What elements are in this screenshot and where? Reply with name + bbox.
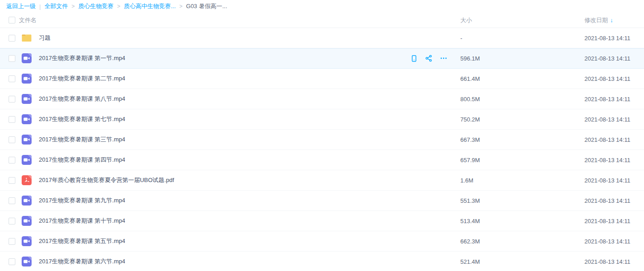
video-file-icon	[21, 73, 32, 84]
video-file-icon	[21, 134, 32, 145]
folder-icon	[21, 32, 32, 44]
file-size: 667.3M	[460, 136, 571, 143]
to-device-icon[interactable]	[410, 54, 418, 62]
column-header-size[interactable]: 大小	[460, 16, 571, 24]
video-file-icon	[21, 93, 32, 104]
file-size: 661.4M	[460, 75, 571, 82]
table-row[interactable]: 2017生物竞赛暑期课 第八节.mp4	[0, 89, 644, 109]
file-size: -	[460, 35, 571, 42]
breadcrumb-link[interactable]: 全部文件	[44, 2, 68, 10]
row-checkbox[interactable]	[9, 96, 15, 103]
breadcrumb-chevron: >	[117, 3, 120, 9]
row-checkbox[interactable]	[9, 136, 15, 143]
breadcrumb-link[interactable]: 质心生物竞赛	[78, 2, 113, 10]
row-checkbox[interactable]	[9, 177, 15, 184]
breadcrumb-current: G03 暑假高一...	[186, 2, 227, 10]
sort-desc-icon[interactable]: ↓	[610, 17, 613, 23]
file-name-link[interactable]: 2017生物竞赛暑期课 第三节.mp4	[39, 136, 125, 144]
file-name-link[interactable]: 2017生物竞赛暑期课 第十节.mp4	[39, 217, 125, 225]
table-row[interactable]: 2017生物竞赛暑期课 第十节.mp4	[0, 211, 644, 231]
file-modified: 2021-08-13 14:11	[571, 177, 644, 184]
video-file-icon	[21, 53, 32, 64]
row-checkbox[interactable]	[9, 238, 15, 245]
file-size: 657.9M	[460, 157, 571, 164]
file-modified: 2021-08-13 14:11	[571, 96, 644, 103]
row-checkbox[interactable]	[9, 116, 15, 123]
file-modified: 2021-08-13 14:11	[571, 35, 644, 42]
file-name-link[interactable]: 2017生物竞赛暑期课 第八节.mp4	[39, 95, 125, 103]
file-modified: 2021-08-13 14:11	[571, 197, 644, 204]
column-header-modified-label: 修改日期	[584, 16, 608, 24]
file-name-link[interactable]: 2017生物竞赛暑期课 第五节.mp4	[39, 237, 125, 245]
file-list: 习题	[0, 28, 644, 271]
file-name-link[interactable]: 2017生物竞赛暑期课 第九节.mp4	[39, 196, 125, 205]
file-name-link[interactable]: 习题	[39, 34, 51, 42]
file-size: 596.1M	[460, 55, 571, 62]
file-size: 1.6M	[460, 177, 571, 184]
table-row[interactable]: 2017生物竞赛暑期课 第七节.mp4	[0, 109, 644, 130]
file-name-link[interactable]: 2017生物竞赛暑期课 第一节.mp4	[39, 54, 125, 62]
table-row[interactable]: 2017生物竞赛暑期课 第一节.mp4	[0, 48, 644, 69]
row-checkbox[interactable]	[9, 55, 15, 62]
file-size: 800.5M	[460, 96, 571, 103]
file-modified: 2021-08-13 14:11	[571, 218, 644, 224]
file-modified: 2021-08-13 14:11	[571, 55, 644, 62]
row-checkbox[interactable]	[9, 258, 15, 265]
row-checkbox[interactable]	[9, 218, 15, 224]
file-name-link[interactable]: 2017生物竞赛暑期课 第七节.mp4	[39, 115, 125, 123]
row-checkbox[interactable]	[9, 35, 15, 42]
row-hover-actions	[410, 54, 448, 62]
file-modified: 2021-08-13 14:11	[571, 157, 644, 164]
file-name-link[interactable]: 2017生物竞赛暑期课 第六节.mp4	[39, 257, 125, 266]
video-file-icon	[21, 215, 32, 226]
video-file-icon	[21, 236, 32, 247]
select-all-checkbox[interactable]	[9, 17, 15, 23]
file-modified: 2021-08-13 14:11	[571, 136, 644, 143]
file-size: 750.2M	[460, 116, 571, 123]
table-row[interactable]: 2017生物竞赛暑期课 第九节.mp4	[0, 191, 644, 211]
row-checkbox[interactable]	[9, 157, 15, 164]
file-table-header: 文件名 大小 修改日期 ↓	[0, 13, 644, 28]
table-row[interactable]: 2017生物竞赛暑期课 第四节.mp4	[0, 150, 644, 170]
file-size: 662.3M	[460, 238, 571, 245]
table-row[interactable]: 2017生物竞赛暑期课 第三节.mp4	[0, 130, 644, 150]
column-header-filename[interactable]: 文件名	[19, 16, 460, 24]
breadcrumb-link[interactable]: 质心高中生物竞赛...	[124, 2, 176, 10]
breadcrumb-back-link[interactable]: 返回上一级	[6, 2, 36, 10]
video-file-icon	[21, 256, 32, 267]
table-row[interactable]: 2017生物竞赛暑期课 第二节.mp4	[0, 69, 644, 89]
table-row[interactable]: 2017年质心教育生物竞赛夏令营第一届UBO试题.pdf	[0, 170, 644, 191]
file-size: 513.4M	[460, 218, 571, 224]
breadcrumb-chevron: >	[179, 3, 182, 9]
pdf-file-icon	[21, 175, 32, 186]
table-row[interactable]: 2017生物竞赛暑期课 第六节.mp4	[0, 252, 644, 271]
file-name-link[interactable]: 2017生物竞赛暑期课 第二节.mp4	[39, 75, 125, 83]
file-modified: 2021-08-13 14:11	[571, 238, 644, 245]
table-row[interactable]: 习题	[0, 28, 644, 48]
share-icon[interactable]	[425, 54, 433, 62]
file-size: 551.3M	[460, 197, 571, 204]
video-file-icon	[21, 114, 32, 125]
file-modified: 2021-08-13 14:11	[571, 75, 644, 82]
video-file-icon	[21, 195, 32, 206]
file-name-link[interactable]: 2017生物竞赛暑期课 第四节.mp4	[39, 156, 125, 164]
file-name-link[interactable]: 2017年质心教育生物竞赛夏令营第一届UBO试题.pdf	[39, 176, 174, 184]
row-checkbox[interactable]	[9, 75, 15, 82]
column-header-modified[interactable]: 修改日期 ↓	[571, 16, 644, 24]
file-modified: 2021-08-13 14:11	[571, 116, 644, 123]
breadcrumb-bar-separator: |	[39, 3, 41, 10]
table-row[interactable]: 2017生物竞赛暑期课 第五节.mp4	[0, 231, 644, 252]
video-file-icon	[21, 154, 32, 165]
file-modified: 2021-08-13 14:11	[571, 258, 644, 265]
row-checkbox[interactable]	[9, 197, 15, 204]
file-size: 521.4M	[460, 258, 571, 265]
more-icon[interactable]	[440, 54, 448, 62]
breadcrumb: 返回上一级 | 全部文件>质心生物竞赛>质心高中生物竞赛...>G03 暑假高一…	[0, 0, 644, 13]
breadcrumb-chevron: >	[71, 3, 74, 9]
